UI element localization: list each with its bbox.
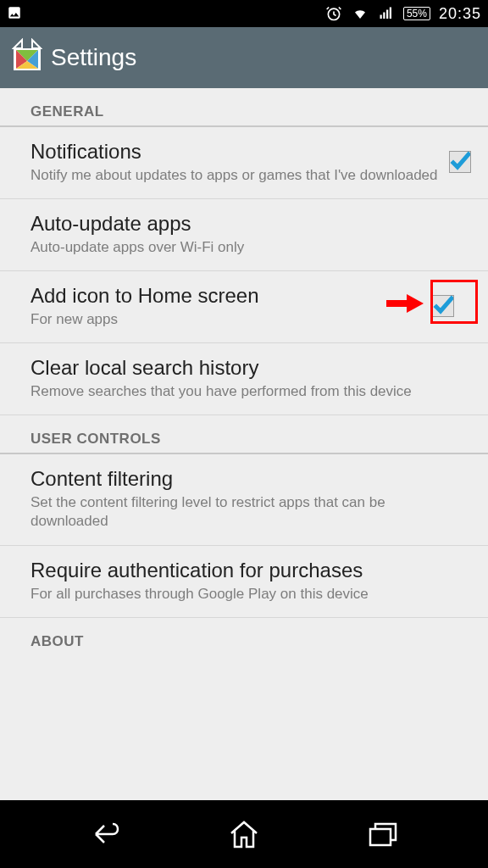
notifications-sub: Notify me about updates to apps or games… — [30, 166, 441, 185]
svg-rect-4 — [390, 8, 391, 19]
add-icon-checkbox[interactable] — [432, 295, 454, 317]
wifi-icon — [351, 6, 369, 21]
page-title: Settings — [51, 44, 136, 71]
row-notifications[interactable]: Notifications Notify me about updates to… — [0, 127, 488, 199]
notifications-checkbox[interactable] — [449, 151, 471, 173]
status-bar: 55% 20:35 — [0, 0, 488, 27]
content-filtering-sub: Set the content filtering level to restr… — [30, 493, 463, 531]
back-button[interactable] — [77, 814, 131, 854]
auto-update-sub: Auto-update apps over Wi-Fi only — [30, 238, 463, 257]
svg-rect-6 — [370, 829, 391, 845]
section-user-controls: USER CONTROLS — [0, 415, 488, 454]
home-button[interactable] — [217, 814, 271, 854]
section-general: GENERAL — [0, 88, 488, 127]
section-about: ABOUT — [0, 618, 488, 655]
alarm-icon — [325, 5, 342, 22]
play-store-icon[interactable] — [12, 38, 42, 77]
add-icon-title: Add icon to Home screen — [30, 283, 424, 309]
svg-rect-2 — [383, 13, 385, 19]
require-auth-title: Require authentication for purchases — [30, 558, 463, 583]
row-content-filtering[interactable]: Content filtering Set the content filter… — [0, 454, 488, 545]
clock: 20:35 — [439, 5, 481, 23]
notification-image-icon — [7, 5, 22, 23]
require-auth-sub: For all purchases through Google Play on… — [30, 585, 463, 604]
settings-content: GENERAL Notifications Notify me about up… — [0, 88, 488, 800]
battery-indicator: 55% — [403, 7, 430, 20]
row-auto-update[interactable]: Auto-update apps Auto-update apps over W… — [0, 199, 488, 271]
app-title-bar: Settings — [0, 27, 488, 88]
row-require-auth[interactable]: Require authentication for purchases For… — [0, 546, 488, 618]
row-add-icon[interactable]: Add icon to Home screen For new apps — [0, 271, 488, 343]
svg-rect-1 — [380, 15, 381, 19]
content-filtering-title: Content filtering — [30, 466, 463, 492]
recent-apps-button[interactable] — [357, 814, 411, 854]
add-icon-sub: For new apps — [30, 310, 424, 329]
signal-icon — [378, 6, 395, 21]
navigation-bar — [0, 800, 488, 868]
notifications-title: Notifications — [30, 139, 441, 164]
clear-search-sub: Remove searches that you have performed … — [30, 382, 463, 401]
battery-percent: 55% — [407, 8, 427, 19]
auto-update-title: Auto-update apps — [30, 211, 463, 236]
row-clear-search[interactable]: Clear local search history Remove search… — [0, 343, 488, 415]
svg-rect-3 — [386, 10, 388, 19]
clear-search-title: Clear local search history — [30, 355, 463, 381]
